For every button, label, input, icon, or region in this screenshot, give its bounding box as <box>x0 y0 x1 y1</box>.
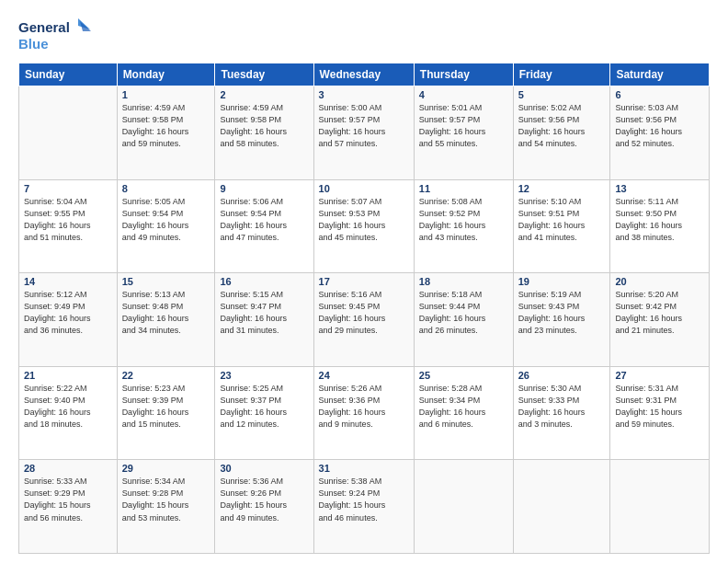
day-number: 2 <box>220 89 308 100</box>
calendar-cell: 5Sunrise: 5:02 AM Sunset: 9:56 PM Daylig… <box>513 86 610 180</box>
calendar-cell: 15Sunrise: 5:13 AM Sunset: 9:48 PM Dayli… <box>117 273 215 367</box>
header-day-wednesday: Wednesday <box>313 63 414 86</box>
day-info: Sunrise: 5:26 AM Sunset: 9:36 PM Dayligh… <box>319 383 409 431</box>
calendar-cell <box>610 460 710 554</box>
calendar-cell: 12Sunrise: 5:10 AM Sunset: 9:51 PM Dayli… <box>513 179 610 273</box>
calendar-cell: 17Sunrise: 5:16 AM Sunset: 9:45 PM Dayli… <box>313 273 414 367</box>
day-info: Sunrise: 5:05 AM Sunset: 9:54 PM Dayligh… <box>122 196 210 244</box>
calendar-cell: 11Sunrise: 5:08 AM Sunset: 9:52 PM Dayli… <box>414 179 513 273</box>
day-info: Sunrise: 5:06 AM Sunset: 9:54 PM Dayligh… <box>220 196 308 244</box>
day-info: Sunrise: 5:07 AM Sunset: 9:53 PM Dayligh… <box>319 196 409 244</box>
calendar-cell: 9Sunrise: 5:06 AM Sunset: 9:54 PM Daylig… <box>215 179 313 273</box>
calendar-cell: 27Sunrise: 5:31 AM Sunset: 9:31 PM Dayli… <box>610 366 710 460</box>
day-number: 19 <box>518 276 606 287</box>
day-number: 22 <box>122 370 210 381</box>
calendar-cell: 18Sunrise: 5:18 AM Sunset: 9:44 PM Dayli… <box>414 273 513 367</box>
day-number: 26 <box>518 370 606 381</box>
svg-text:General: General <box>18 19 70 35</box>
day-info: Sunrise: 5:19 AM Sunset: 9:43 PM Dayligh… <box>518 289 606 337</box>
header-day-saturday: Saturday <box>610 63 710 86</box>
calendar-cell: 30Sunrise: 5:36 AM Sunset: 9:26 PM Dayli… <box>215 460 313 554</box>
calendar-cell: 23Sunrise: 5:25 AM Sunset: 9:37 PM Dayli… <box>215 366 313 460</box>
day-number: 14 <box>24 276 112 287</box>
day-number: 5 <box>518 89 606 100</box>
day-info: Sunrise: 5:23 AM Sunset: 9:39 PM Dayligh… <box>122 383 210 431</box>
calendar-cell: 24Sunrise: 5:26 AM Sunset: 9:36 PM Dayli… <box>313 366 414 460</box>
day-number: 6 <box>615 89 704 100</box>
day-info: Sunrise: 5:08 AM Sunset: 9:52 PM Dayligh… <box>419 196 508 244</box>
calendar-cell: 10Sunrise: 5:07 AM Sunset: 9:53 PM Dayli… <box>313 179 414 273</box>
logo: General Blue <box>18 17 92 55</box>
calendar-cell: 7Sunrise: 5:04 AM Sunset: 9:55 PM Daylig… <box>19 179 118 273</box>
day-info: Sunrise: 5:16 AM Sunset: 9:45 PM Dayligh… <box>319 289 409 337</box>
day-number: 15 <box>122 276 210 287</box>
week-row-1: 1Sunrise: 4:59 AM Sunset: 9:58 PM Daylig… <box>19 86 710 180</box>
day-number: 3 <box>319 89 409 100</box>
header: General Blue <box>18 17 710 55</box>
week-row-5: 28Sunrise: 5:33 AM Sunset: 9:29 PM Dayli… <box>19 460 710 554</box>
calendar-cell <box>513 460 610 554</box>
day-info: Sunrise: 5:34 AM Sunset: 9:28 PM Dayligh… <box>122 476 210 523</box>
page: General Blue SundayMondayTuesdayWednesda… <box>0 0 728 563</box>
calendar-cell: 13Sunrise: 5:11 AM Sunset: 9:50 PM Dayli… <box>610 179 710 273</box>
day-number: 29 <box>122 463 210 474</box>
day-number: 18 <box>419 276 508 287</box>
header-row: SundayMondayTuesdayWednesdayThursdayFrid… <box>19 63 710 86</box>
day-info: Sunrise: 5:22 AM Sunset: 9:40 PM Dayligh… <box>24 383 112 431</box>
day-info: Sunrise: 5:30 AM Sunset: 9:33 PM Dayligh… <box>518 383 606 431</box>
header-day-friday: Friday <box>513 63 610 86</box>
calendar-cell: 28Sunrise: 5:33 AM Sunset: 9:29 PM Dayli… <box>19 460 118 554</box>
calendar-cell: 25Sunrise: 5:28 AM Sunset: 9:34 PM Dayli… <box>414 366 513 460</box>
day-info: Sunrise: 5:13 AM Sunset: 9:48 PM Dayligh… <box>122 289 210 337</box>
day-number: 31 <box>319 463 409 474</box>
day-number: 11 <box>419 183 508 194</box>
day-number: 4 <box>419 89 508 100</box>
day-info: Sunrise: 5:36 AM Sunset: 9:26 PM Dayligh… <box>220 476 308 523</box>
calendar-cell: 31Sunrise: 5:38 AM Sunset: 9:24 PM Dayli… <box>313 460 414 554</box>
day-info: Sunrise: 5:15 AM Sunset: 9:47 PM Dayligh… <box>220 289 308 337</box>
day-number: 12 <box>518 183 606 194</box>
calendar-cell: 4Sunrise: 5:01 AM Sunset: 9:57 PM Daylig… <box>414 86 513 180</box>
calendar-cell: 29Sunrise: 5:34 AM Sunset: 9:28 PM Dayli… <box>117 460 215 554</box>
calendar-cell: 8Sunrise: 5:05 AM Sunset: 9:54 PM Daylig… <box>117 179 215 273</box>
day-info: Sunrise: 4:59 AM Sunset: 9:58 PM Dayligh… <box>220 102 308 150</box>
day-info: Sunrise: 5:12 AM Sunset: 9:49 PM Dayligh… <box>24 289 112 337</box>
week-row-2: 7Sunrise: 5:04 AM Sunset: 9:55 PM Daylig… <box>19 179 710 273</box>
day-info: Sunrise: 5:25 AM Sunset: 9:37 PM Dayligh… <box>220 383 308 431</box>
day-number: 1 <box>122 89 210 100</box>
calendar-cell: 22Sunrise: 5:23 AM Sunset: 9:39 PM Dayli… <box>117 366 215 460</box>
calendar-cell: 14Sunrise: 5:12 AM Sunset: 9:49 PM Dayli… <box>19 273 118 367</box>
logo-svg: General Blue <box>18 17 92 55</box>
day-info: Sunrise: 5:01 AM Sunset: 9:57 PM Dayligh… <box>419 102 508 150</box>
day-number: 21 <box>24 370 112 381</box>
day-info: Sunrise: 5:38 AM Sunset: 9:24 PM Dayligh… <box>319 476 409 523</box>
day-number: 27 <box>615 370 704 381</box>
day-number: 23 <box>220 370 308 381</box>
day-number: 7 <box>24 183 112 194</box>
day-info: Sunrise: 4:59 AM Sunset: 9:58 PM Dayligh… <box>122 102 210 150</box>
calendar-cell: 16Sunrise: 5:15 AM Sunset: 9:47 PM Dayli… <box>215 273 313 367</box>
day-info: Sunrise: 5:03 AM Sunset: 9:56 PM Dayligh… <box>615 102 704 150</box>
day-number: 25 <box>419 370 508 381</box>
header-day-monday: Monday <box>117 63 215 86</box>
header-day-sunday: Sunday <box>19 63 118 86</box>
day-info: Sunrise: 5:04 AM Sunset: 9:55 PM Dayligh… <box>24 196 112 244</box>
calendar-cell: 3Sunrise: 5:00 AM Sunset: 9:57 PM Daylig… <box>313 86 414 180</box>
calendar-cell: 26Sunrise: 5:30 AM Sunset: 9:33 PM Dayli… <box>513 366 610 460</box>
calendar-cell: 21Sunrise: 5:22 AM Sunset: 9:40 PM Dayli… <box>19 366 118 460</box>
calendar-cell: 2Sunrise: 4:59 AM Sunset: 9:58 PM Daylig… <box>215 86 313 180</box>
calendar-cell <box>19 86 118 180</box>
day-number: 20 <box>615 276 704 287</box>
day-info: Sunrise: 5:11 AM Sunset: 9:50 PM Dayligh… <box>615 196 704 244</box>
header-day-tuesday: Tuesday <box>215 63 313 86</box>
week-row-4: 21Sunrise: 5:22 AM Sunset: 9:40 PM Dayli… <box>19 366 710 460</box>
day-number: 10 <box>319 183 409 194</box>
day-number: 8 <box>122 183 210 194</box>
header-day-thursday: Thursday <box>414 63 513 86</box>
day-number: 17 <box>319 276 409 287</box>
day-info: Sunrise: 5:02 AM Sunset: 9:56 PM Dayligh… <box>518 102 606 150</box>
day-number: 9 <box>220 183 308 194</box>
day-number: 30 <box>220 463 308 474</box>
calendar-cell: 19Sunrise: 5:19 AM Sunset: 9:43 PM Dayli… <box>513 273 610 367</box>
day-number: 24 <box>319 370 409 381</box>
